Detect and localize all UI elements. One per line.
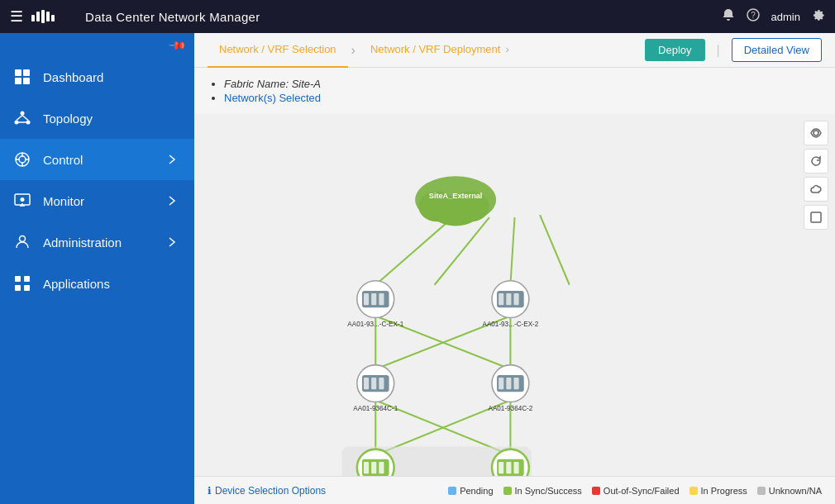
tab-bar: Network / VRF Selection › Network / VRF … [194,33,835,68]
svg-text:?: ? [751,11,756,20]
deploy-button[interactable]: Deploy [645,39,704,61]
tab-divider: | [717,43,720,58]
svg-point-18 [19,156,26,163]
sidebar-item-label: Administration [43,235,151,250]
notification-icon[interactable] [722,8,735,25]
monitor-icon [13,192,31,210]
tab-actions: Deploy | Detailed View [645,38,822,62]
in-sync-label: In Sync/Success [515,486,582,496]
sidebar-item-label: Applications [43,277,181,291]
menu-icon[interactable]: ☰ [10,7,23,26]
cloud-button[interactable] [804,177,828,202]
svg-rect-0 [31,15,35,21]
sidebar-item-topology[interactable]: Topology [0,97,194,139]
settings-icon[interactable] [812,8,825,25]
control-icon [13,150,31,169]
svg-rect-2 [41,10,45,23]
svg-rect-70 [364,462,369,473]
unknown-label: Unknown/NA [769,486,822,496]
svg-rect-59 [371,378,376,389]
sidebar-item-dashboard[interactable]: Dashboard [0,56,194,97]
sidebar-item-arrow [163,150,181,169]
svg-rect-58 [364,378,369,389]
svg-rect-24 [15,285,21,291]
switch-ex2-node: AA01-93...-C-EX-2 [482,281,538,328]
app-logo [31,8,77,25]
networks-selected-link[interactable]: Network(s) Selected [224,92,321,104]
device-selection-label: Device Selection Options [215,485,326,497]
in-progress-dot [689,487,698,495]
right-toolbar [804,121,828,230]
svg-rect-81 [811,212,821,222]
svg-rect-3 [46,12,50,21]
sidebar-item-arrow [163,233,181,251]
svg-rect-52 [499,293,503,305]
in-progress-label: In Progress [701,486,747,496]
svg-rect-25 [24,285,30,291]
view-toggle-button[interactable] [804,121,828,145]
tab-label: Network / VRF Deployment [370,43,501,55]
info-icon: ℹ [208,485,212,497]
svg-rect-47 [371,293,376,305]
help-icon[interactable]: ? [747,8,760,25]
svg-line-29 [540,215,570,285]
svg-line-15 [22,116,28,121]
svg-rect-23 [24,276,30,282]
legend-in-sync: In Sync/Success [503,486,582,496]
status-bar: ℹ Device Selection Options Pending In Sy… [194,476,835,504]
tab-separator-arrow: › [351,43,355,58]
sidebar-item-arrow [163,192,181,210]
svg-rect-7 [15,69,21,76]
legend-pending: Pending [448,486,493,496]
info-bar: Fabric Name: Site-A Network(s) Selected [194,68,835,114]
svg-point-21 [20,236,26,242]
switch-ex1-node: AA01-93...-C-EX-1 [347,281,403,328]
sidebar-item-administration[interactable]: Administration [0,221,194,263]
fullscreen-button[interactable] [804,205,828,230]
svg-rect-77 [506,462,511,473]
tab-chevron-icon: › [505,43,508,55]
svg-rect-72 [379,462,384,473]
out-of-sync-dot [592,487,600,495]
sidebar-item-monitor[interactable]: Monitor [0,180,194,221]
topology-canvas: SiteA_External AA01-93...-C-EX-1 [194,114,835,476]
dashboard-icon [13,68,31,86]
svg-rect-8 [23,69,30,76]
device-selection-link[interactable]: ℹ Device Selection Options [208,485,326,497]
svg-rect-48 [379,293,384,305]
sidebar-item-applications[interactable]: Applications [0,263,194,304]
svg-line-14 [17,116,22,121]
content-area: Network / VRF Selection › Network / VRF … [194,33,835,504]
user-label: admin [771,11,800,23]
pin-icon[interactable]: 📌 [168,35,187,54]
switch-n9k2-node: AA01-9364C-2 [488,365,532,412]
applications-icon [13,274,31,292]
detailed-view-button[interactable]: Detailed View [732,38,822,62]
sidebar-pin-area: 📌 [0,33,194,56]
svg-rect-22 [15,276,21,282]
svg-text:AA01-9364C-1: AA01-9364C-1 [353,405,398,412]
legend-in-progress: In Progress [689,486,747,496]
administration-icon [13,233,31,251]
svg-rect-71 [371,462,376,473]
svg-text:AA01-93...-C-EX-1: AA01-93...-C-EX-1 [347,321,403,328]
topology-icon [13,109,31,127]
legend-unknown: Unknown/NA [757,486,822,496]
fabric-name: Fabric Name: Site-A [224,78,321,90]
tab-label: Network / VRF Selection [219,43,336,55]
svg-rect-53 [506,293,511,305]
svg-point-20 [21,197,25,202]
svg-point-11 [21,112,25,116]
tab-vrf-deployment[interactable]: Network / VRF Deployment › [359,33,521,68]
svg-text:SiteA_External: SiteA_External [429,192,483,200]
unknown-dot [757,487,766,495]
refresh-button[interactable] [804,149,828,174]
cloud-node: SiteA_External [415,176,496,226]
svg-rect-64 [499,378,503,389]
topology-diagram: SiteA_External AA01-93...-C-EX-1 [194,114,835,476]
in-sync-dot [503,487,512,495]
svg-text:AA01-93...-C-EX-2: AA01-93...-C-EX-2 [482,321,538,328]
legend-items: Pending In Sync/Success Out-of-Sync/Fail… [448,486,822,496]
tab-vrf-selection[interactable]: Network / VRF Selection [208,33,348,68]
sidebar-item-control[interactable]: Control [0,139,194,180]
